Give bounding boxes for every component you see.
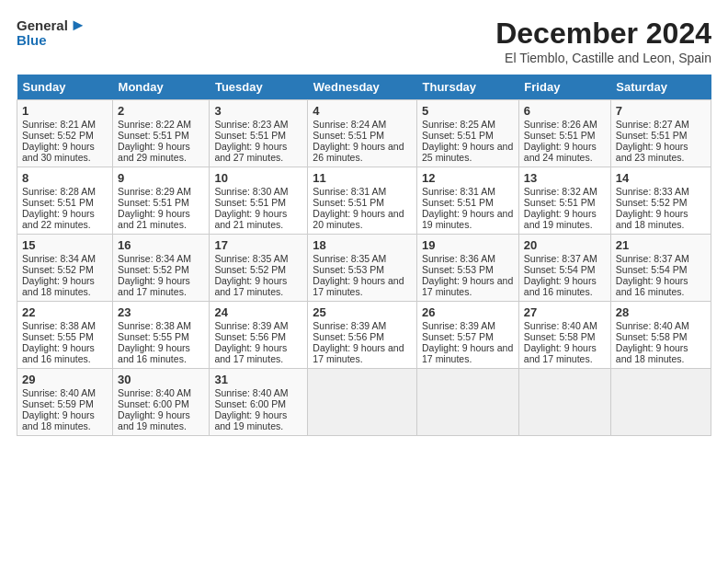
calendar-cell: 20 Sunrise: 8:37 AM Sunset: 5:54 PM Dayl… <box>518 235 610 302</box>
sunrise-label: Sunrise: 8:29 AM <box>118 186 191 197</box>
calendar-cell: 8 Sunrise: 8:28 AM Sunset: 5:51 PM Dayli… <box>17 167 113 235</box>
subtitle: El Tiemblo, Castille and Leon, Spain <box>495 51 711 65</box>
calendar-cell: 16 Sunrise: 8:34 AM Sunset: 5:52 PM Dayl… <box>113 235 210 302</box>
day-number: 13 <box>524 171 606 185</box>
daylight-label: Daylight: 9 hours and 16 minutes. <box>524 275 597 297</box>
calendar-cell: 24 Sunrise: 8:39 AM Sunset: 5:56 PM Dayl… <box>210 302 308 369</box>
sunset-label: Sunset: 5:51 PM <box>422 197 494 208</box>
sunset-label: Sunset: 5:51 PM <box>214 197 286 208</box>
calendar-table: SundayMondayTuesdayWednesdayThursdayFrid… <box>17 75 711 436</box>
sunrise-label: Sunrise: 8:39 AM <box>214 320 288 331</box>
sunset-label: Sunset: 5:58 PM <box>524 331 596 342</box>
calendar-cell: 27 Sunrise: 8:40 AM Sunset: 5:58 PM Dayl… <box>518 302 610 369</box>
sunrise-label: Sunrise: 8:26 AM <box>524 119 597 130</box>
daylight-label: Daylight: 9 hours and 19 minutes. <box>524 208 597 230</box>
day-number: 10 <box>214 171 302 185</box>
sunrise-label: Sunrise: 8:40 AM <box>616 320 689 331</box>
title-area: December 2024 El Tiemblo, Castille and L… <box>495 17 711 65</box>
header-row: SundayMondayTuesdayWednesdayThursdayFrid… <box>17 75 711 100</box>
sunrise-label: Sunrise: 8:38 AM <box>118 320 191 331</box>
sunrise-label: Sunrise: 8:37 AM <box>524 253 597 264</box>
sunset-label: Sunset: 5:51 PM <box>118 130 189 141</box>
daylight-label: Daylight: 9 hours and 20 minutes. <box>313 208 404 230</box>
sunrise-label: Sunrise: 8:34 AM <box>118 253 191 264</box>
day-number: 1 <box>22 104 108 118</box>
calendar-cell: 4 Sunrise: 8:24 AM Sunset: 5:51 PM Dayli… <box>308 100 417 167</box>
calendar-cell: 6 Sunrise: 8:26 AM Sunset: 5:51 PM Dayli… <box>518 100 610 167</box>
daylight-label: Daylight: 9 hours and 17 minutes. <box>313 342 404 364</box>
sunset-label: Sunset: 5:51 PM <box>616 130 688 141</box>
daylight-label: Daylight: 9 hours and 26 minutes. <box>313 141 404 163</box>
calendar-cell: 26 Sunrise: 8:39 AM Sunset: 5:57 PM Dayl… <box>417 302 519 369</box>
daylight-label: Daylight: 9 hours and 19 minutes. <box>118 409 190 431</box>
sunrise-label: Sunrise: 8:36 AM <box>422 253 495 264</box>
calendar-cell <box>610 369 711 436</box>
calendar-cell: 28 Sunrise: 8:40 AM Sunset: 5:58 PM Dayl… <box>610 302 711 369</box>
day-number: 14 <box>616 171 706 185</box>
day-number: 29 <box>22 373 108 386</box>
calendar-week-row: 15 Sunrise: 8:34 AM Sunset: 5:52 PM Dayl… <box>17 235 711 302</box>
day-number: 25 <box>313 305 412 319</box>
daylight-label: Daylight: 9 hours and 18 minutes. <box>22 409 95 431</box>
day-number: 18 <box>313 238 412 252</box>
calendar-cell: 21 Sunrise: 8:37 AM Sunset: 5:54 PM Dayl… <box>610 235 711 302</box>
calendar-cell: 9 Sunrise: 8:29 AM Sunset: 5:51 PM Dayli… <box>113 167 210 235</box>
daylight-label: Daylight: 9 hours and 17 minutes. <box>313 275 404 297</box>
daylight-label: Daylight: 9 hours and 21 minutes. <box>214 208 287 230</box>
calendar-cell <box>518 369 610 436</box>
daylight-label: Daylight: 9 hours and 16 minutes. <box>118 342 190 364</box>
calendar-cell: 31 Sunrise: 8:40 AM Sunset: 6:00 PM Dayl… <box>210 369 308 436</box>
sunrise-label: Sunrise: 8:27 AM <box>616 119 689 130</box>
sunrise-label: Sunrise: 8:31 AM <box>313 186 386 197</box>
day-number: 3 <box>214 104 302 118</box>
sunrise-label: Sunrise: 8:23 AM <box>214 119 288 130</box>
daylight-label: Daylight: 9 hours and 17 minutes. <box>422 342 513 364</box>
sunrise-label: Sunrise: 8:39 AM <box>422 320 495 331</box>
calendar-cell: 11 Sunrise: 8:31 AM Sunset: 5:51 PM Dayl… <box>308 167 417 235</box>
calendar-cell: 23 Sunrise: 8:38 AM Sunset: 5:55 PM Dayl… <box>113 302 210 369</box>
daylight-label: Daylight: 9 hours and 22 minutes. <box>22 208 95 230</box>
calendar-cell: 2 Sunrise: 8:22 AM Sunset: 5:51 PM Dayli… <box>113 100 210 167</box>
sunset-label: Sunset: 6:00 PM <box>118 398 189 409</box>
sunrise-label: Sunrise: 8:40 AM <box>524 320 597 331</box>
sunrise-label: Sunrise: 8:37 AM <box>616 253 689 264</box>
daylight-label: Daylight: 9 hours and 17 minutes. <box>422 275 513 297</box>
day-header-thursday: Thursday <box>417 75 519 100</box>
calendar-cell: 29 Sunrise: 8:40 AM Sunset: 5:59 PM Dayl… <box>17 369 113 436</box>
sunset-label: Sunset: 5:51 PM <box>524 197 596 208</box>
day-number: 4 <box>313 104 412 118</box>
daylight-label: Daylight: 9 hours and 19 minutes. <box>422 208 513 230</box>
calendar-cell: 12 Sunrise: 8:31 AM Sunset: 5:51 PM Dayl… <box>417 167 519 235</box>
calendar-week-row: 29 Sunrise: 8:40 AM Sunset: 5:59 PM Dayl… <box>17 369 711 436</box>
calendar-cell: 13 Sunrise: 8:32 AM Sunset: 5:51 PM Dayl… <box>518 167 610 235</box>
sunrise-label: Sunrise: 8:35 AM <box>313 253 386 264</box>
sunset-label: Sunset: 5:55 PM <box>22 331 94 342</box>
day-header-saturday: Saturday <box>610 75 711 100</box>
daylight-label: Daylight: 9 hours and 21 minutes. <box>118 208 190 230</box>
sunset-label: Sunset: 5:57 PM <box>422 331 494 342</box>
daylight-label: Daylight: 9 hours and 16 minutes. <box>616 275 688 297</box>
sunset-label: Sunset: 5:55 PM <box>118 331 189 342</box>
sunset-label: Sunset: 5:56 PM <box>214 331 286 342</box>
calendar-cell: 14 Sunrise: 8:33 AM Sunset: 5:52 PM Dayl… <box>610 167 711 235</box>
calendar-cell: 3 Sunrise: 8:23 AM Sunset: 5:51 PM Dayli… <box>210 100 308 167</box>
calendar-cell: 15 Sunrise: 8:34 AM Sunset: 5:52 PM Dayl… <box>17 235 113 302</box>
sunrise-label: Sunrise: 8:40 AM <box>22 387 96 398</box>
main-title: December 2024 <box>495 17 711 51</box>
sunrise-label: Sunrise: 8:25 AM <box>422 119 495 130</box>
daylight-label: Daylight: 9 hours and 25 minutes. <box>422 141 513 163</box>
sunrise-label: Sunrise: 8:34 AM <box>22 253 96 264</box>
sunset-label: Sunset: 5:54 PM <box>524 264 596 275</box>
daylight-label: Daylight: 9 hours and 18 minutes. <box>22 275 95 297</box>
sunset-label: Sunset: 5:51 PM <box>214 130 286 141</box>
calendar-cell: 18 Sunrise: 8:35 AM Sunset: 5:53 PM Dayl… <box>308 235 417 302</box>
calendar-cell <box>417 369 519 436</box>
sunset-label: Sunset: 5:59 PM <box>22 398 94 409</box>
calendar-cell: 1 Sunrise: 8:21 AM Sunset: 5:52 PM Dayli… <box>17 100 113 167</box>
sunrise-label: Sunrise: 8:38 AM <box>22 320 96 331</box>
sunrise-label: Sunrise: 8:40 AM <box>214 387 288 398</box>
daylight-label: Daylight: 9 hours and 19 minutes. <box>214 409 287 431</box>
calendar-cell: 19 Sunrise: 8:36 AM Sunset: 5:53 PM Dayl… <box>417 235 519 302</box>
sunrise-label: Sunrise: 8:39 AM <box>313 320 386 331</box>
calendar-week-row: 8 Sunrise: 8:28 AM Sunset: 5:51 PM Dayli… <box>17 167 711 235</box>
